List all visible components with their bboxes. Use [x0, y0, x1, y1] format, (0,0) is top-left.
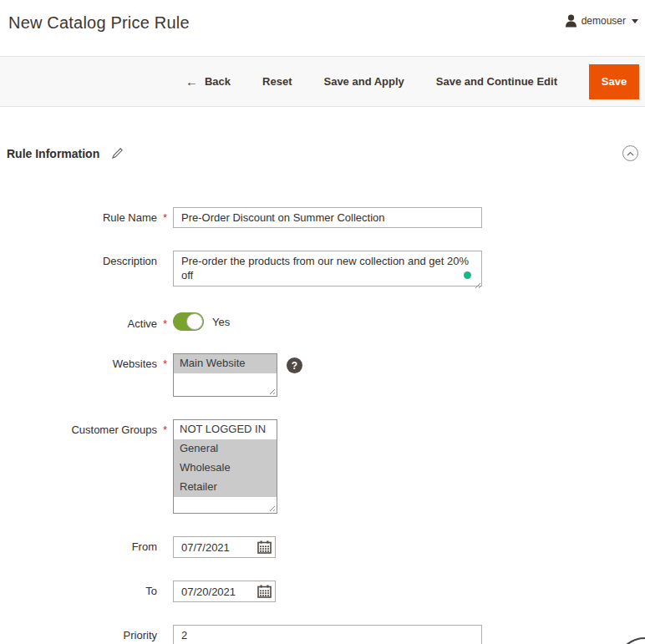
priority-row: Priority	[0, 625, 645, 644]
user-menu[interactable]: demouser	[565, 14, 638, 28]
rule-name-label: Rule Name	[0, 207, 157, 228]
active-label: Active	[0, 313, 157, 330]
customer-groups-label: Customer Groups	[0, 419, 157, 514]
page-header: New Catalog Price Rule demouser	[0, 0, 645, 56]
from-date-label: From	[0, 536, 157, 558]
action-toolbar: ← Back Reset Save and Apply Save and Con…	[0, 56, 645, 107]
chevron-up-icon	[627, 151, 634, 156]
toggle-knob	[186, 313, 203, 330]
websites-multiselect[interactable]: Main Website	[173, 353, 277, 397]
customer-groups-option-not-logged-in[interactable]: NOT LOGGED IN	[174, 420, 277, 439]
description-row: Description Pre-order the products from …	[0, 251, 645, 290]
required-marker: *	[157, 313, 173, 330]
rule-information-section-header: Rule Information	[7, 145, 638, 161]
collapse-section-button[interactable]	[622, 145, 638, 161]
rule-name-input[interactable]	[173, 207, 482, 228]
back-button-label: Back	[205, 75, 231, 88]
page-title: New Catalog Price Rule	[8, 13, 637, 33]
reset-button-label: Reset	[262, 75, 292, 88]
customer-groups-option-wholesale[interactable]: Wholesale	[174, 459, 277, 478]
active-state-label: Yes	[212, 316, 230, 328]
save-and-continue-button[interactable]: Save and Continue Edit	[436, 75, 557, 88]
save-and-continue-label: Save and Continue Edit	[436, 75, 557, 88]
save-button[interactable]: Save	[589, 64, 639, 99]
active-toggle[interactable]	[173, 312, 204, 331]
from-date-calendar-button[interactable]	[257, 540, 272, 554]
status-dot-icon	[464, 271, 471, 279]
customer-groups-option-retailer[interactable]: Retailer	[174, 478, 277, 497]
description-textarea[interactable]: Pre-order the products from our new coll…	[173, 251, 482, 287]
back-arrow-icon: ←	[185, 74, 198, 89]
user-icon	[565, 14, 577, 28]
priority-input[interactable]	[173, 625, 482, 644]
required-marker: *	[157, 207, 173, 228]
to-date-label: To	[0, 581, 157, 602]
priority-label: Priority	[0, 625, 157, 644]
user-name: demouser	[582, 15, 626, 27]
help-icon[interactable]: ?	[287, 357, 302, 373]
back-button[interactable]: ← Back	[185, 74, 231, 89]
calendar-icon	[257, 585, 272, 598]
save-and-apply-label: Save and Apply	[323, 75, 404, 88]
reset-button[interactable]: Reset	[262, 75, 292, 88]
websites-option-main-website[interactable]: Main Website	[174, 354, 277, 373]
calendar-icon	[257, 540, 272, 554]
section-title: Rule Information	[7, 147, 99, 160]
rule-information-form: Rule Name * Description Pre-order the pr…	[0, 207, 645, 644]
to-date-row: To	[0, 581, 645, 602]
resize-handle-icon[interactable]	[267, 387, 275, 394]
required-marker: *	[157, 353, 173, 397]
customer-groups-option-general[interactable]: General	[174, 439, 277, 459]
websites-row: Websites * Main Website ?	[0, 353, 645, 397]
active-row: Active * Yes	[0, 312, 645, 331]
resize-handle-icon[interactable]	[267, 504, 275, 511]
to-date-calendar-button[interactable]	[257, 585, 272, 598]
save-and-apply-button[interactable]: Save and Apply	[323, 75, 404, 88]
rule-name-row: Rule Name *	[0, 207, 645, 228]
customer-groups-multiselect[interactable]: NOT LOGGED IN General Wholesale Retailer	[173, 419, 277, 514]
websites-label: Websites	[0, 353, 157, 397]
customer-groups-row: Customer Groups * NOT LOGGED IN General …	[0, 419, 645, 514]
from-date-row: From	[0, 536, 645, 558]
description-label: Description	[0, 251, 157, 290]
edit-pencil-icon[interactable]	[111, 147, 124, 160]
required-marker: *	[157, 419, 173, 514]
caret-down-icon	[632, 19, 638, 23]
